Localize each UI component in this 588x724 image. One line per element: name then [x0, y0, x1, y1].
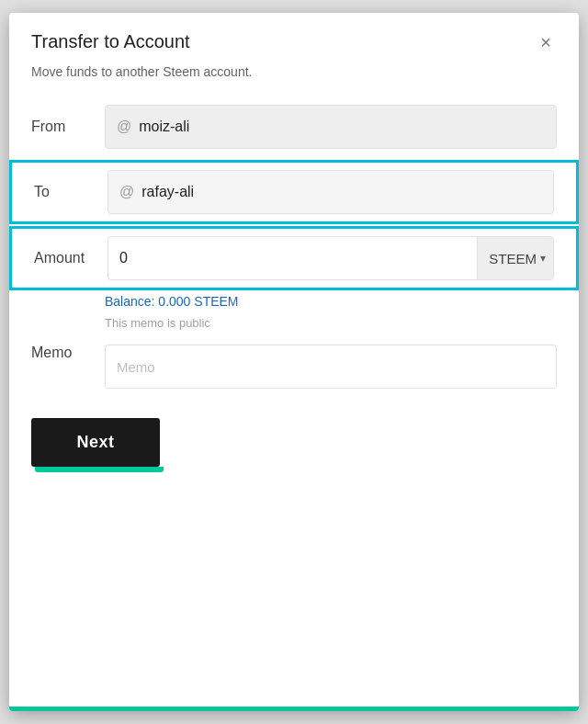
dialog-header: Transfer to Account × — [9, 13, 579, 64]
currency-dropdown-arrow: ▾ — [540, 252, 546, 265]
currency-dropdown-wrapper[interactable]: STEEM ▾ — [477, 237, 553, 279]
next-button[interactable]: Next — [31, 418, 160, 467]
close-button[interactable]: × — [535, 31, 557, 53]
currency-label: STEEM — [489, 251, 537, 266]
memo-input-wrapper — [105, 345, 557, 389]
bottom-bar — [9, 707, 579, 711]
from-label: From — [31, 119, 105, 135]
from-at-symbol: @ — [117, 119, 131, 135]
memo-hint: This memo is public — [9, 312, 579, 334]
to-at-symbol: @ — [119, 184, 134, 200]
transfer-dialog: Transfer to Account × Move funds to anot… — [9, 13, 579, 711]
from-input[interactable] — [139, 106, 545, 148]
amount-input-wrapper: STEEM ▾ — [107, 236, 554, 280]
to-field-row: To @ — [9, 160, 579, 224]
dialog-subtitle: Move funds to another Steem account. — [9, 64, 579, 97]
amount-field-row: Amount STEEM ▾ — [9, 226, 579, 290]
from-field-row: From @ — [9, 97, 579, 156]
dialog-title: Transfer to Account — [31, 31, 190, 52]
amount-input[interactable] — [108, 237, 477, 279]
to-label: To — [34, 184, 107, 200]
memo-field-row: Memo — [9, 337, 579, 396]
memo-input[interactable] — [106, 345, 556, 388]
balance-text: Balance: 0.000 STEEM — [9, 290, 579, 312]
amount-label: Amount — [34, 250, 107, 266]
to-input-wrapper: @ — [107, 170, 554, 214]
to-input[interactable] — [141, 171, 542, 213]
from-input-wrapper: @ — [105, 105, 557, 149]
memo-label: Memo — [31, 345, 105, 361]
